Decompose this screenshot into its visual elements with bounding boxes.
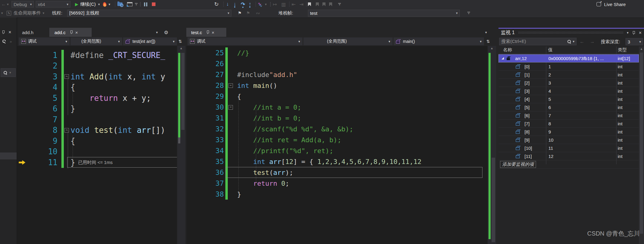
code-line-33[interactable]: 33 //int ret = Add(a, b); [186,134,488,145]
next-bookmark-button[interactable] [322,0,325,8]
watch-name-cell[interactable]: [3] [499,87,546,95]
step-into-button[interactable]: ↓ [234,0,236,8]
step-over-button[interactable]: ↷ [241,0,245,8]
hot-reload-button[interactable]: ▾ [103,0,110,8]
watch-row[interactable]: [4]5int [499,95,639,103]
left-editor-scrollbar[interactable]: ▲ [177,46,185,244]
left-editor[interactable]: 1#define _CRT_SECURE_23−int Add(int x, i… [17,46,177,244]
live-share-button[interactable]: Live Share [597,0,626,8]
code-line-9[interactable]: 9{ [17,136,177,146]
toolbar2-overflow-icon[interactable]: ▾ [1,8,3,18]
watch-value-cell[interactable]: 3 [546,79,616,87]
watch-name-cell[interactable]: [5] [499,103,546,111]
tab-pin-icon[interactable] [70,30,73,34]
fold-toggle-icon[interactable]: − [64,74,69,79]
watch-value-cell[interactable]: 10 [546,136,616,144]
code-line-28[interactable]: 28−int main() [186,80,488,91]
right-nav-project-dropdown[interactable]: ++ 调试 ▾ [188,37,302,45]
right-split-editor-icon[interactable]: ⇅ [486,37,490,46]
watch-value-cell[interactable]: 9 [546,128,616,136]
watch-value-cell[interactable]: 12 [546,152,616,160]
search-depth-dropdown[interactable]: 3 ▾ [626,38,643,45]
show-flagged-only-button[interactable]: ∾ [256,8,260,18]
fold-toggle-icon[interactable]: − [228,83,233,88]
increase-indent-button[interactable]: ⇥ [299,0,303,8]
scroll-up-icon[interactable]: ▲ [488,47,496,50]
right-editor-scrollbar[interactable]: ▲ [488,46,496,244]
watch-row[interactable]: [9]10int [499,136,639,144]
watch-row[interactable]: [10]11int [499,144,639,152]
code-line-6[interactable]: 6} [17,104,177,114]
browse-solution-button[interactable] [117,0,123,8]
watch-title-bar[interactable]: 监视 1 ▾ × [499,29,644,37]
toolbar-grip[interactable] [140,0,141,8]
step-out-button[interactable]: ↑ [249,0,251,8]
watch-value-cell[interactable]: 11 [546,144,616,152]
left-nav-scope-dropdown[interactable]: (全局范围) ▾ [70,37,122,45]
code-line-4[interactable]: 4{ [17,82,177,93]
flag-all-threads-button[interactable]: ⚑ [246,8,250,18]
column-type[interactable]: 类型 [618,47,627,53]
watch-row[interactable]: [0]1int [499,63,639,71]
wrench-icon[interactable] [2,40,7,44]
watch-row[interactable]: [3]4int [499,87,639,95]
search-back-button[interactable]: ← [580,38,584,45]
code-line-2[interactable]: 2 [17,61,177,72]
set-next-statement-button[interactable]: ↦ [273,0,277,8]
show-threads-button[interactable]: ∿∿ ▾ [258,0,267,8]
watch-value-cell[interactable]: 0x000000599b73fb18 {1, ... [546,54,616,62]
left-nav-project-dropdown[interactable]: ++ 调试 ▾ [19,37,70,45]
code-line-30[interactable]: 30− //int a = 0; [186,102,488,113]
code-line-25[interactable]: 25//} [186,47,488,58]
window-layout-button[interactable]: ▾ [127,0,138,8]
restart-button[interactable]: ↻ [214,0,219,8]
toggle-bookmark-button[interactable] [308,0,311,8]
right-nav-member-dropdown[interactable]: main() ▾ [394,37,484,45]
scrollbar-thumb[interactable] [492,158,495,242]
clear-bookmarks-button[interactable] [329,0,332,8]
continue-button[interactable]: ▶ 继续(C) ▾ [75,0,100,8]
expand-toggle-icon[interactable] [502,57,504,59]
close-icon[interactable]: × [8,30,11,35]
platform-dropdown[interactable]: x64 ▾ [36,1,70,8]
watch-value-cell[interactable]: 7 [546,111,616,119]
watch-value-cell[interactable]: 2 [546,71,616,79]
watch-name-cell[interactable]: [8] [499,128,546,136]
toolbar-grip-2[interactable] [270,0,271,8]
overflow-chevrons-icon[interactable]: » [10,39,12,44]
lifecycle-events-button[interactable]: ϟ 生命周期事件 ▾ [7,8,44,18]
watch-name-cell[interactable]: [6] [499,111,546,119]
stack-frame-dropdown[interactable]: test ▾ [308,10,460,17]
left-tab-dropdown[interactable]: ▾ [156,28,158,37]
column-value[interactable]: 值 [548,47,553,53]
watch-name-cell[interactable]: [0] [499,63,546,70]
watch-value-cell[interactable]: 4 [546,87,616,95]
code-line-7[interactable]: 7 [17,114,177,125]
watch-name-cell[interactable]: [2] [499,79,546,87]
code-line-32[interactable]: 32 //scanf("%d %d", &a, &b); [186,124,488,134]
code-line-1[interactable]: 1#define _CRT_SECURE_ [17,50,177,61]
tab-close-icon[interactable]: × [212,30,214,35]
code-line-29[interactable]: 29{ [186,91,488,102]
window-position-dropdown-icon[interactable]: ▾ [627,31,629,35]
pin-icon[interactable] [2,30,5,34]
add-watch-label[interactable]: 添加要监视的项 [500,161,536,168]
tab-test-c[interactable]: test.c × [186,28,226,37]
code-line-3[interactable]: 3−int Add(int x, int y [17,71,177,82]
watch-value-cell[interactable]: 5 [546,95,616,103]
left-editor-gear[interactable]: ⚙ [164,28,168,37]
watch-name-cell[interactable]: [11] [499,152,546,160]
code-line-10[interactable]: 10 [17,146,177,157]
code-line-35[interactable]: 35 int arr[12] = { 1,2,3,4,5,6,7,8,9,10,… [186,156,488,167]
watch-row[interactable]: [6]7int [499,111,639,120]
toolbar-overflow-icon[interactable]: ▾ [135,3,138,5]
watch-search-input[interactable]: 搜索(Ctrl+E) ▾ [499,38,577,45]
watch-scrollbar[interactable]: ▲ [639,47,644,244]
search-forward-button[interactable]: → [590,38,595,45]
fold-toggle-icon[interactable]: − [64,128,69,133]
scroll-up-icon[interactable]: ▲ [639,47,644,50]
close-icon[interactable]: × [639,30,642,36]
flag-thread-button[interactable]: ⚑ [238,8,242,18]
stop-button[interactable] [152,0,155,8]
pin-icon[interactable] [632,31,635,35]
